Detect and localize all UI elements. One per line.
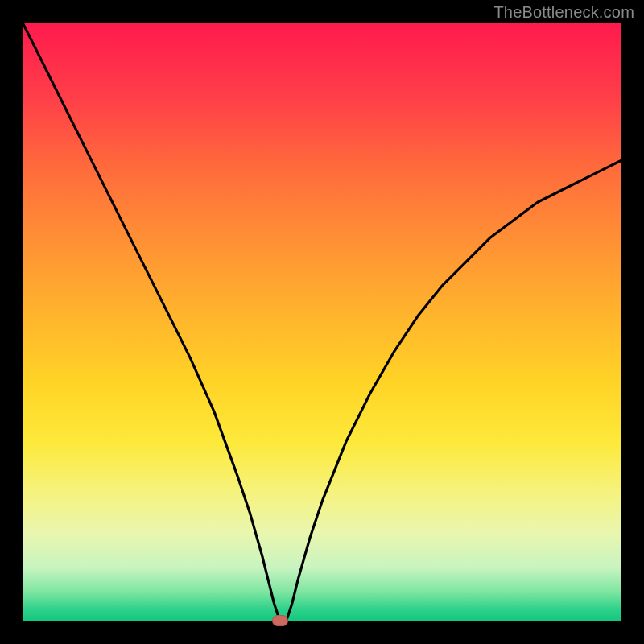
bottleneck-curve bbox=[23, 23, 621, 621]
plot-area bbox=[23, 23, 621, 621]
curve-svg bbox=[23, 23, 621, 621]
chart-frame: TheBottleneck.com bbox=[0, 0, 644, 644]
optimal-marker bbox=[272, 615, 288, 626]
watermark-text: TheBottleneck.com bbox=[493, 3, 634, 22]
